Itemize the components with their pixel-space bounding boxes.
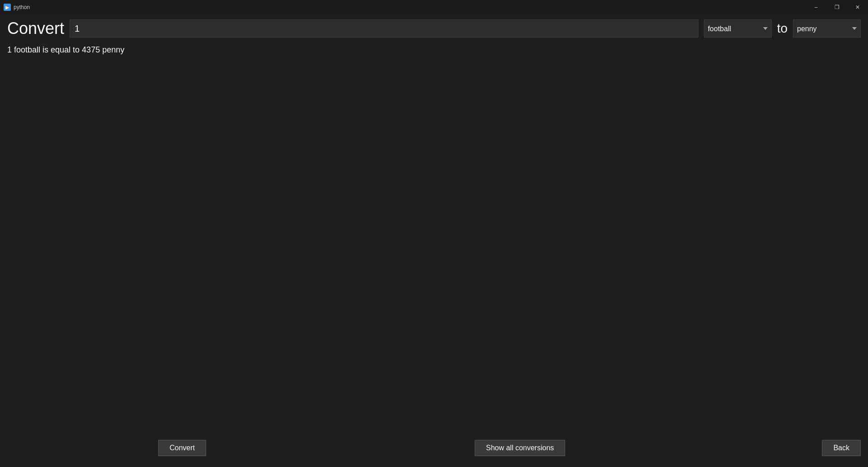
show-all-conversions-button[interactable]: Show all conversions: [475, 440, 565, 456]
convert-heading: Convert: [7, 19, 64, 38]
convert-button[interactable]: Convert: [158, 440, 206, 456]
title-bar-left: ▶ python: [0, 4, 30, 11]
from-unit-select[interactable]: football yard meter inch foot: [704, 19, 772, 38]
header-row: Convert football yard meter inch foot to…: [7, 19, 861, 38]
to-unit-select[interactable]: penny dollar euro cent pound: [793, 19, 861, 38]
back-button[interactable]: Back: [822, 440, 861, 456]
close-button[interactable]: ✕: [847, 0, 868, 14]
title-bar: ▶ python – ❐ ✕: [0, 0, 868, 14]
app-icon: ▶: [4, 4, 11, 11]
main-content: Convert football yard meter inch foot to…: [0, 14, 868, 467]
number-input[interactable]: [70, 19, 698, 38]
app-icon-text: ▶: [5, 5, 9, 10]
result-text: 1 football is equal to 4375 penny: [7, 45, 861, 55]
minimize-button[interactable]: –: [806, 0, 826, 14]
restore-button[interactable]: ❐: [826, 0, 847, 14]
to-label: to: [777, 21, 788, 36]
app-title: python: [14, 4, 30, 10]
title-bar-controls: – ❐ ✕: [806, 0, 868, 14]
